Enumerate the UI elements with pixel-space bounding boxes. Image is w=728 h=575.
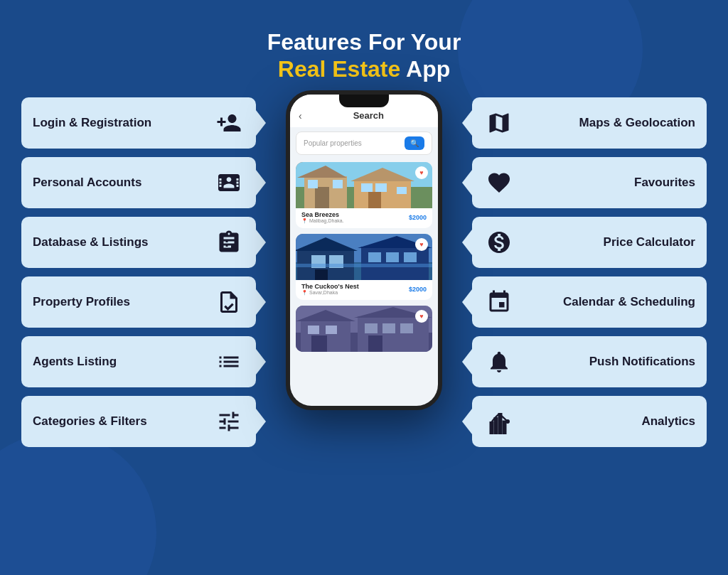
heart-badge-2: ♥ bbox=[415, 238, 428, 251]
svg-rect-12 bbox=[368, 192, 381, 208]
feature-label-analytics: Analytics bbox=[641, 414, 695, 429]
house-illustration-1 bbox=[296, 162, 432, 208]
feature-label-categories: Categories & Filters bbox=[33, 414, 147, 429]
svg-rect-10 bbox=[361, 183, 373, 192]
feature-card-push-notifications: Push Notifications bbox=[472, 336, 707, 387]
property-image-2: ♥ bbox=[296, 234, 432, 280]
phone-mockup: ‹ Search Popular properties 🔍 bbox=[286, 90, 442, 410]
feature-label-database: Database & Listings bbox=[33, 235, 149, 249]
svg-rect-36 bbox=[382, 323, 395, 333]
property-price-1: $2000 bbox=[409, 214, 427, 221]
bell-icon bbox=[483, 346, 515, 377]
property-card-1[interactable]: ♥ Sea Breezes 📍Malibag,Dhaka. $2000 bbox=[296, 162, 432, 228]
property-name-1: Sea Breezes bbox=[301, 211, 344, 218]
feature-card-price-calculator: Price Calculator bbox=[472, 217, 707, 268]
phone-listings: ♥ Sea Breezes 📍Malibag,Dhaka. $2000 bbox=[290, 159, 438, 406]
list-icon bbox=[213, 346, 245, 377]
calendar-icon bbox=[483, 286, 515, 318]
svg-rect-5 bbox=[308, 180, 318, 188]
property-card-3[interactable]: ♥ bbox=[296, 306, 432, 352]
phone-screen: ‹ Search Popular properties 🔍 bbox=[290, 95, 438, 406]
property-location-2: 📍Savar,Dhaka bbox=[301, 290, 359, 296]
phone-back-arrow: ‹ bbox=[299, 110, 302, 122]
feature-card-property-profiles: Property Profiles bbox=[21, 276, 256, 328]
feature-card-maps-geolocation: Maps & Geolocation bbox=[472, 97, 707, 149]
svg-rect-37 bbox=[400, 323, 413, 333]
svg-point-43 bbox=[505, 419, 510, 424]
sliders-icon bbox=[213, 406, 245, 437]
svg-rect-9 bbox=[397, 187, 407, 194]
feature-label-personal: Personal Accounts bbox=[33, 176, 141, 190]
house-illustration-2 bbox=[296, 234, 432, 280]
feature-card-favourites: Favourites bbox=[472, 157, 707, 208]
feature-label-favourites: Favourites bbox=[634, 176, 695, 190]
property-info-2: The Cuckoo's Nest 📍Savar,Dhaka $2000 bbox=[296, 280, 432, 300]
phone-frame: ‹ Search Popular properties 🔍 bbox=[286, 90, 442, 410]
feature-card-categories-filters: Categories & Filters bbox=[21, 396, 256, 447]
property-price-2: $2000 bbox=[409, 286, 427, 293]
feature-card-agents-listing: Agents Listing bbox=[21, 336, 256, 387]
svg-rect-22 bbox=[368, 252, 381, 262]
bg-circle-bottom bbox=[0, 433, 156, 575]
svg-rect-20 bbox=[361, 247, 429, 280]
svg-rect-25 bbox=[296, 264, 432, 267]
feature-label-login: Login & Registration bbox=[33, 116, 151, 130]
feature-card-database-listings: Database & Listings bbox=[21, 217, 256, 268]
phone-screen-title: Search bbox=[308, 110, 429, 121]
feature-card-calendar-scheduling: Calendar & Scheduling bbox=[472, 276, 707, 328]
svg-rect-11 bbox=[375, 183, 387, 192]
dollar-circle-icon bbox=[483, 227, 515, 258]
svg-rect-6 bbox=[333, 180, 343, 188]
svg-rect-30 bbox=[308, 326, 319, 334]
phone-search-bar[interactable]: Popular properties 🔍 bbox=[296, 131, 432, 155]
header-highlight: Real Estate bbox=[278, 56, 401, 82]
heart-badge-3: ♥ bbox=[415, 310, 428, 323]
clipboard-list-icon bbox=[213, 227, 245, 258]
svg-rect-24 bbox=[404, 252, 417, 262]
property-location-1: 📍Malibag,Dhaka. bbox=[301, 218, 344, 224]
feature-label-property: Property Profiles bbox=[33, 295, 130, 309]
property-info-1: Sea Breezes 📍Malibag,Dhaka. $2000 bbox=[296, 208, 432, 228]
property-image-1: ♥ bbox=[296, 162, 432, 208]
id-card-icon bbox=[213, 167, 245, 198]
property-name-2: The Cuckoo's Nest bbox=[301, 283, 359, 290]
feature-label-calendar: Calendar & Scheduling bbox=[563, 295, 695, 309]
property-image-3: ♥ bbox=[296, 306, 432, 352]
svg-rect-32 bbox=[311, 335, 327, 352]
header-normal: App bbox=[400, 56, 450, 82]
svg-rect-40 bbox=[494, 417, 498, 434]
features-right-column: Maps & Geolocation Favourites Price Calc… bbox=[472, 97, 707, 447]
feature-label-agents: Agents Listing bbox=[33, 355, 117, 369]
heart-badge-1: ♥ bbox=[415, 166, 428, 179]
svg-rect-23 bbox=[386, 252, 399, 262]
phone-search-placeholder: Popular properties bbox=[304, 139, 400, 147]
feature-card-analytics: Analytics bbox=[472, 396, 707, 447]
features-left-column: Login & Registration Personal Accounts D… bbox=[21, 97, 256, 447]
property-card-2[interactable]: ♥ The Cuckoo's Nest 📍Savar,Dhaka $2000 bbox=[296, 234, 432, 300]
feature-card-personal-accounts: Personal Accounts bbox=[21, 157, 256, 208]
svg-rect-19 bbox=[315, 269, 328, 280]
map-icon bbox=[483, 107, 515, 139]
house-illustration-3 bbox=[296, 306, 432, 352]
property-doc-icon bbox=[213, 286, 245, 318]
svg-rect-35 bbox=[365, 323, 378, 333]
main-layout: Login & Registration Personal Accounts D… bbox=[0, 97, 728, 447]
user-plus-icon bbox=[213, 107, 245, 139]
chart-bar-icon bbox=[483, 406, 515, 437]
svg-rect-38 bbox=[368, 335, 382, 352]
header-line1: Features For Your bbox=[0, 28, 728, 55]
heart-icon bbox=[483, 167, 515, 198]
feature-card-login-registration: Login & Registration bbox=[21, 97, 256, 149]
feature-label-maps: Maps & Geolocation bbox=[579, 116, 695, 130]
phone-search-button[interactable]: 🔍 bbox=[405, 136, 424, 150]
feature-label-notifications: Push Notifications bbox=[589, 355, 695, 369]
feature-label-price: Price Calculator bbox=[604, 235, 695, 249]
phone-notch bbox=[339, 95, 389, 107]
svg-rect-4 bbox=[315, 187, 329, 208]
svg-rect-31 bbox=[326, 326, 337, 334]
